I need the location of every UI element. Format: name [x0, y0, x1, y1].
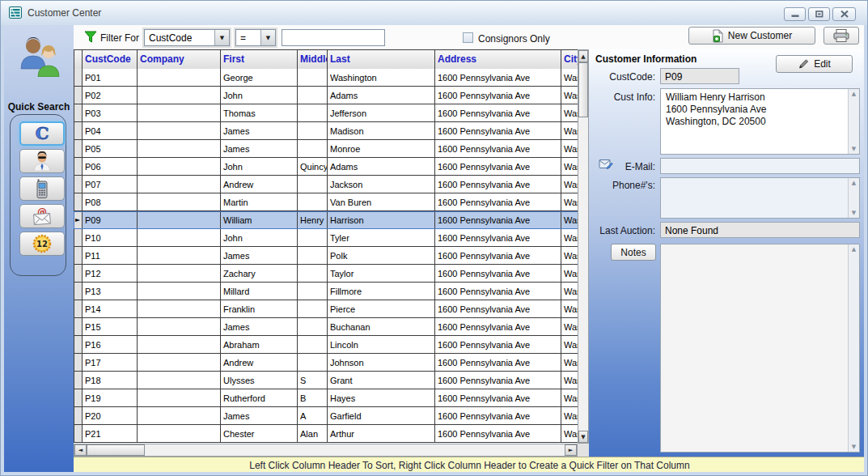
email-field[interactable]: [660, 158, 860, 174]
row-selector-cell: [74, 372, 83, 389]
vertical-scroll-thumb[interactable]: [578, 62, 588, 117]
column-header-city[interactable]: City: [561, 50, 578, 70]
cust-info-scrollbar[interactable]: ▲▼: [848, 89, 859, 154]
chevron-down-icon[interactable]: ▼: [260, 30, 275, 45]
table-row[interactable]: P21ChesterAlanArthur1600 Pennsylvania Av…: [74, 425, 578, 443]
edit-button[interactable]: Edit: [776, 55, 853, 73]
table-row[interactable]: P10JohnTyler1600 Pennsylvania AveWashing…: [74, 229, 578, 247]
cust-info-field[interactable]: William Henry Harrison 1600 Pennsylvania…: [660, 88, 860, 155]
table-row[interactable]: P19RutherfordBHayes1600 Pennsylvania Ave…: [74, 389, 578, 407]
table-row[interactable]: P17AndrewJohnson1600 Pennsylvania AveWas…: [74, 354, 578, 372]
scroll-down-arrow[interactable]: ▼: [849, 146, 859, 152]
row-selector-cell: [74, 425, 83, 443]
quick-search-name-button[interactable]: [19, 149, 65, 173]
table-row[interactable]: P13MillardFillmore1600 Pennsylvania AveW…: [74, 283, 578, 300]
cell-address: 1600 Pennsylvania Ave: [435, 389, 561, 407]
cell-first: William: [221, 211, 298, 229]
table-row[interactable]: P20JamesAGarfield1600 Pennsylvania AveWa…: [74, 407, 578, 425]
column-header-first[interactable]: First: [221, 50, 298, 70]
table-row[interactable]: P04JamesMadison1600 Pennsylvania AveWash…: [74, 122, 578, 140]
column-header-last[interactable]: Last: [328, 50, 435, 70]
cell-city: Washington: [561, 104, 578, 122]
notes-field[interactable]: ▲▼: [660, 244, 860, 453]
table-row[interactable]: P14FranklinPierce1600 Pennsylvania AveWa…: [74, 300, 578, 318]
table-row[interactable]: P16AbrahamLincoln1600 Pennsylvania AveWa…: [74, 336, 578, 354]
horizontal-scrollbar[interactable]: ◄ ►: [74, 444, 578, 457]
consignors-only-checkbox[interactable]: [463, 32, 473, 43]
titlebar[interactable]: Customer Center: [1, 1, 867, 26]
scroll-left-arrow[interactable]: ◄: [74, 444, 87, 456]
table-row[interactable]: P07AndrewJackson1600 Pennsylvania AveWas…: [74, 176, 578, 193]
customers-avatar-icon: [15, 35, 63, 77]
table-row[interactable]: P11JamesPolk1600 Pennsylvania AveWashing…: [74, 247, 578, 265]
cell-last: Madison: [328, 122, 435, 140]
phones-field[interactable]: ▲▼: [660, 177, 860, 219]
quick-search-custcode-button[interactable]: C: [19, 121, 65, 146]
column-header-company[interactable]: Company: [138, 50, 221, 70]
table-header-row: CustCodeCompanyFirstMiddleLastAddressCit…: [74, 49, 578, 70]
table-row[interactable]: ►P09WilliamHenryHarrison1600 Pennsylvani…: [74, 211, 578, 229]
print-button[interactable]: [824, 27, 859, 45]
cell-custcode: P20: [83, 407, 138, 425]
column-header-address[interactable]: Address: [435, 50, 561, 70]
cell-company: [138, 211, 221, 229]
notes-scrollbar[interactable]: ▲▼: [848, 244, 859, 452]
table-row[interactable]: P08MartinVan Buren1600 Pennsylvania AveW…: [74, 193, 578, 211]
restore-button[interactable]: [808, 7, 830, 21]
horizontal-scroll-thumb[interactable]: [87, 444, 145, 456]
cell-city: Washington: [561, 158, 578, 176]
scroll-down-arrow[interactable]: ▼: [849, 444, 859, 450]
scroll-right-arrow[interactable]: ►: [565, 444, 577, 456]
cell-middle: [298, 318, 328, 336]
table-row[interactable]: P01GeorgeWashington1600 Pennsylvania Ave…: [74, 69, 578, 87]
cell-first: Franklin: [221, 300, 298, 318]
chevron-down-icon[interactable]: ▼: [214, 30, 229, 45]
scroll-up-arrow[interactable]: ▲: [849, 91, 859, 97]
cell-city: Washington: [561, 372, 578, 389]
column-header-custcode[interactable]: CustCode: [83, 50, 138, 70]
filter-field-dropdown[interactable]: CustCode ▼: [144, 29, 230, 46]
consignors-only-label: Consignors Only: [478, 33, 550, 45]
cell-custcode: P12: [83, 265, 138, 283]
phone-icon: [36, 179, 49, 198]
close-icon: [840, 11, 849, 18]
table-row[interactable]: P03ThomasJefferson1600 Pennsylvania AveW…: [74, 104, 578, 122]
filter-operator-dropdown[interactable]: = ▼: [235, 29, 276, 46]
cell-first: James: [221, 318, 298, 336]
close-button[interactable]: [832, 7, 856, 21]
scroll-up-arrow[interactable]: ▲: [578, 50, 588, 62]
filter-value-input[interactable]: [282, 29, 385, 46]
table-row[interactable]: P02JohnAdams1600 Pennsylvania AveWashing…: [74, 87, 578, 104]
cell-first: John: [221, 87, 298, 104]
quick-search-email-button[interactable]: @: [19, 204, 65, 228]
vertical-scrollbar[interactable]: ▲ ▼: [578, 49, 589, 444]
notes-button[interactable]: Notes: [611, 244, 656, 261]
last-auction-label: Last Auction:: [591, 225, 655, 236]
new-customer-button[interactable]: New Customer: [688, 27, 815, 45]
cell-last: Washington: [328, 69, 435, 87]
printer-icon: [832, 29, 850, 42]
column-header-middle[interactable]: Middle: [298, 50, 328, 70]
scroll-up-arrow[interactable]: ▲: [849, 180, 859, 186]
scroll-down-arrow[interactable]: ▼: [578, 431, 588, 443]
cell-custcode: P11: [83, 247, 138, 265]
cell-last: Pierce: [328, 300, 435, 318]
scroll-down-arrow[interactable]: ▼: [849, 210, 859, 216]
table-row[interactable]: P18UlyssesSGrant1600 Pennsylvania AveWas…: [74, 372, 578, 389]
table-row[interactable]: P05JamesMonroe1600 Pennsylvania AveWashi…: [74, 140, 578, 158]
cell-custcode: P08: [83, 193, 138, 211]
phones-scrollbar[interactable]: ▲▼: [848, 178, 859, 218]
cell-first: Ulysses: [221, 372, 298, 389]
table-row[interactable]: P15JamesBuchanan1600 Pennsylvania AveWas…: [74, 318, 578, 336]
quick-search-recent-button[interactable]: 12: [19, 232, 65, 256]
cell-first: John: [221, 158, 298, 176]
minimize-button[interactable]: [784, 7, 806, 21]
quick-search-phone-button[interactable]: [19, 176, 65, 201]
cell-company: [138, 265, 221, 283]
table-row[interactable]: P12ZacharyTaylor1600 Pennsylvania AveWas…: [74, 265, 578, 283]
scroll-up-arrow[interactable]: ▲: [849, 246, 859, 253]
cell-last: Harrison: [328, 211, 435, 229]
table-row[interactable]: P06JohnQuincyAdams1600 Pennsylvania AveW…: [74, 158, 578, 176]
cell-address: 1600 Pennsylvania Ave: [435, 425, 561, 443]
window-frame: [1, 472, 867, 475]
